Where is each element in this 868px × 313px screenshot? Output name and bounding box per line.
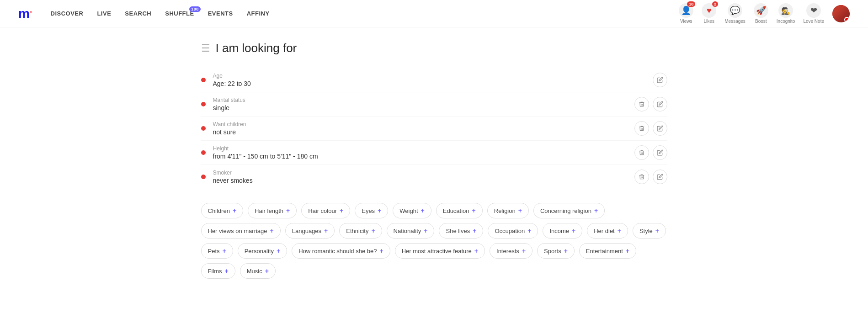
- criteria-label: Smoker: [213, 170, 634, 176]
- criteria-content: Smokernever smokes: [213, 170, 634, 184]
- tag-plus-icon: +: [223, 247, 226, 255]
- filter-tag[interactable]: Income+: [543, 223, 582, 239]
- tag-plus-icon: +: [626, 247, 629, 255]
- page-title: I am looking for: [216, 41, 297, 55]
- tag-plus-icon: +: [225, 267, 229, 275]
- views-button[interactable]: 👤 18 Views: [679, 3, 693, 24]
- tag-label: Languages: [292, 228, 321, 234]
- edit-button[interactable]: [653, 170, 667, 184]
- edit-button[interactable]: [653, 121, 667, 136]
- shuffle-badge: 100: [189, 6, 201, 12]
- likes-button[interactable]: ♥ 2 Likes: [702, 3, 716, 24]
- criteria-actions: [634, 170, 667, 184]
- criteria-value: Age: 22 to 30: [213, 80, 653, 87]
- edit-button[interactable]: [653, 145, 667, 160]
- filter-tag[interactable]: Concerning religion+: [533, 203, 605, 218]
- nav-shuffle[interactable]: SHUFFLE 100: [165, 10, 194, 17]
- avatar-button[interactable]: [832, 5, 850, 22]
- tag-plus-icon: +: [340, 207, 343, 214]
- filter-tag[interactable]: Occupation+: [488, 223, 538, 239]
- incognito-button[interactable]: 🕵 Incognito: [777, 3, 795, 24]
- love-note-icon: ❤: [806, 3, 821, 18]
- tag-plus-icon: +: [618, 227, 621, 234]
- filter-tag[interactable]: Her most attractive feature+: [395, 243, 485, 259]
- filter-tag[interactable]: Hair colour+: [301, 203, 350, 218]
- filter-tag[interactable]: How romantic should she be?+: [292, 243, 390, 259]
- edit-button[interactable]: [653, 73, 667, 87]
- tag-plus-icon: +: [277, 247, 280, 255]
- filter-tag[interactable]: Style+: [633, 223, 666, 239]
- nav-affiny[interactable]: AFFINY: [247, 10, 270, 17]
- tag-label: Ethnicity: [346, 228, 368, 234]
- messages-icon: 💬: [728, 3, 742, 18]
- filter-tag[interactable]: Pets+: [201, 243, 233, 259]
- delete-button[interactable]: [634, 145, 649, 160]
- filter-tag[interactable]: Eyes+: [355, 203, 388, 218]
- filter-tag[interactable]: Languages+: [285, 223, 335, 239]
- nav-discover[interactable]: DISCOVER: [51, 10, 84, 17]
- filter-tag[interactable]: Films+: [201, 263, 235, 279]
- tag-label: Personality: [245, 248, 274, 255]
- filter-tag[interactable]: Interests+: [490, 243, 533, 259]
- criteria-actions: [634, 121, 667, 136]
- filter-tag[interactable]: Weight+: [393, 203, 431, 218]
- tag-plus-icon: +: [265, 267, 269, 275]
- nav-events[interactable]: EVENTS: [208, 10, 233, 17]
- tag-plus-icon: +: [421, 207, 425, 214]
- tag-plus-icon: +: [518, 207, 522, 214]
- page-header: ☰ I am looking for: [201, 41, 667, 55]
- filter-tag[interactable]: Her diet+: [587, 223, 628, 239]
- delete-button[interactable]: [634, 97, 649, 111]
- criteria-dot: [201, 102, 206, 106]
- tag-label: Entertainment: [586, 248, 623, 255]
- criteria-label: Height: [213, 145, 634, 152]
- criteria-list: AgeAge: 22 to 30Marital statussingleWant…: [201, 68, 667, 189]
- filter-tag[interactable]: Religion+: [487, 203, 529, 218]
- tag-label: Nationality: [394, 228, 421, 234]
- criteria-dot: [201, 150, 206, 155]
- nav-search[interactable]: SEARCH: [125, 10, 151, 17]
- views-icon: 👤 18: [679, 3, 693, 18]
- filter-tag[interactable]: Her views on marriage+: [201, 223, 281, 239]
- criteria-value: single: [213, 104, 634, 111]
- nav-live[interactable]: LIVE: [97, 10, 111, 17]
- tag-label: Concerning religion: [540, 207, 591, 214]
- tag-label: Sports: [544, 248, 561, 255]
- tag-label: Music: [247, 268, 262, 275]
- tag-label: Income: [549, 228, 569, 234]
- navbar: m° DISCOVER LIVE SEARCH SHUFFLE 100 EVEN…: [0, 0, 868, 27]
- filter-tag[interactable]: Sports+: [537, 243, 575, 259]
- filter-tag[interactable]: Music+: [240, 263, 276, 279]
- page-header-icon: ☰: [201, 42, 210, 54]
- tag-label: Weight: [399, 207, 418, 214]
- filter-tag[interactable]: She lives+: [439, 223, 483, 239]
- filter-tag[interactable]: Personality+: [238, 243, 288, 259]
- filter-tag[interactable]: Children+: [201, 203, 244, 218]
- tag-label: Hair length: [255, 207, 283, 214]
- criteria-item: AgeAge: 22 to 30: [201, 68, 667, 92]
- filter-tag[interactable]: Hair length+: [248, 203, 297, 218]
- tag-label: Hair colour: [308, 207, 337, 214]
- filter-tag[interactable]: Nationality+: [387, 223, 435, 239]
- boost-button[interactable]: 🚀 Boost: [754, 3, 768, 24]
- edit-button[interactable]: [653, 97, 667, 111]
- criteria-content: Heightfrom 4'11" - 150 cm to 5'11" - 180…: [213, 145, 634, 160]
- tag-plus-icon: +: [572, 227, 575, 234]
- tag-label: Children: [208, 207, 230, 214]
- tag-label: Her most attractive feature: [402, 248, 472, 255]
- messages-button[interactable]: 💬 Messages: [724, 3, 746, 24]
- tag-plus-icon: +: [286, 207, 290, 214]
- tag-plus-icon: +: [473, 227, 476, 234]
- delete-button[interactable]: [634, 170, 649, 184]
- filter-tag[interactable]: Ethnicity+: [339, 223, 382, 239]
- criteria-actions: [634, 97, 667, 111]
- criteria-content: Marital statussingle: [213, 97, 634, 111]
- criteria-value: not sure: [213, 128, 634, 136]
- tag-label: Education: [443, 207, 469, 214]
- filter-tag[interactable]: Entertainment+: [579, 243, 636, 259]
- filter-tag[interactable]: Education+: [436, 203, 483, 218]
- love-note-button[interactable]: ❤ Love Note: [803, 3, 824, 24]
- criteria-item: Heightfrom 4'11" - 150 cm to 5'11" - 180…: [201, 141, 667, 165]
- delete-button[interactable]: [634, 121, 649, 136]
- logo[interactable]: m°: [18, 6, 32, 21]
